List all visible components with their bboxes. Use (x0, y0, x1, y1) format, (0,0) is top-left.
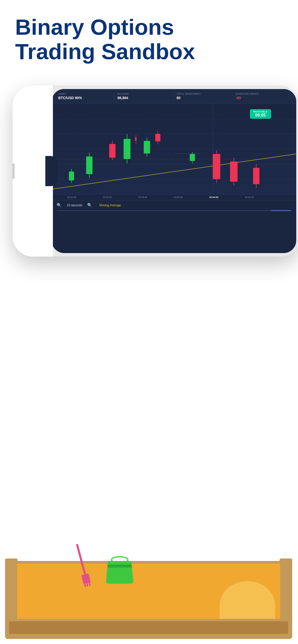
chart-area: RENTABLE 00:05 (52, 104, 296, 194)
sandbox-sand (17, 564, 280, 621)
phone-mockup: ASSET BTC/USD 90% BALANCE 98,884 TOTAL I… (13, 86, 298, 257)
sandbox-box (5, 553, 292, 639)
sandbox-front-inner (9, 621, 288, 634)
phone-screen: ASSET BTC/USD 90% BALANCE 98,884 TOTAL I… (52, 89, 296, 253)
candlestick-chart (52, 104, 296, 194)
asset-value: BTC/USD 90% (58, 96, 112, 100)
zoom-in-icon[interactable]: 🔍 (87, 203, 92, 208)
hero-title: Binary Options Trading Sandbox (15, 15, 195, 64)
profit-cell: EXPECTED PROFIT -63 (233, 92, 292, 101)
zoom-out-icon[interactable]: 🔍 (57, 203, 62, 208)
sandbox-right-wall (280, 558, 292, 624)
sand-highlight (220, 581, 275, 621)
stats-bar: ASSET BTC/USD 90% BALANCE 98,884 TOTAL I… (52, 89, 296, 104)
asset-cell: ASSET BTC/USD 90% (56, 92, 115, 101)
chart-scrollbar[interactable] (57, 210, 291, 211)
bucket-rim (106, 565, 134, 568)
sandbox-illustration (0, 443, 298, 639)
scrollbar-thumb[interactable] (271, 210, 291, 211)
time-axis: 02:33:20 02:33:30 02:33:40 02:33:50 02:3… (52, 194, 296, 200)
phone-notch (13, 86, 53, 257)
side-button (13, 164, 15, 179)
bottom-toolbar: 🔍 10 seconds 🔍 Moving Average (52, 200, 296, 210)
bucket-body (106, 561, 134, 584)
balance-cell: BALANCE 98,884 (115, 92, 174, 101)
investment-cell: TOTAL INVESTMENT 60 (174, 92, 233, 101)
sandbox-front-wall (5, 619, 292, 639)
sandbox-left-wall (5, 558, 18, 624)
bucket-tool (106, 556, 134, 584)
